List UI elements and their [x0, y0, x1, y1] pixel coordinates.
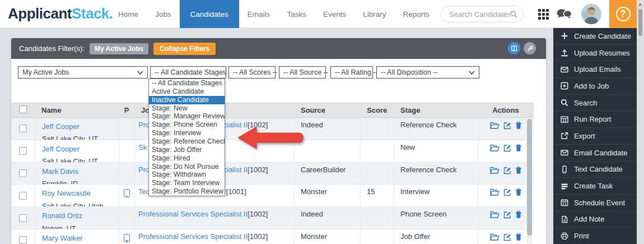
sidebar-item-upload-emails[interactable]: Upload Emails	[553, 61, 637, 78]
page-scrollbar[interactable]	[637, 0, 644, 244]
job-link[interactable]: Professional Services Specialist II	[138, 232, 248, 241]
trash-icon[interactable]	[515, 233, 522, 244]
dropdown-option[interactable]: Stage: Job Offer	[149, 146, 225, 154]
edit-icon[interactable]	[503, 167, 511, 185]
table-scrollbar-thumb[interactable]	[527, 119, 532, 236]
dropdown-option[interactable]: Stage: Withdrawn	[149, 171, 225, 179]
scores-filter-select[interactable]: -- All Scores --	[228, 66, 276, 79]
page-scrollbar-thumb[interactable]	[638, 9, 642, 36]
open-folder-icon[interactable]	[490, 211, 500, 229]
row-checkbox[interactable]	[19, 236, 27, 244]
sidebar-item-email-candidate[interactable]: Email Candidate	[553, 145, 637, 162]
user-avatar[interactable]	[581, 4, 601, 24]
open-folder-icon[interactable]	[490, 233, 500, 244]
trash-icon[interactable]	[515, 188, 522, 206]
row-checkbox[interactable]	[19, 169, 27, 177]
dropdown-option[interactable]: Stage: Manager Review	[149, 112, 225, 121]
sidebar-item-create-candidate[interactable]: Create Candidate	[553, 28, 637, 45]
nav-events[interactable]: Events	[315, 0, 354, 28]
candidate-name-link[interactable]: Roy Newcastle	[42, 189, 91, 197]
candidate-name-link[interactable]: Ronald Ortiz	[42, 211, 82, 220]
printer-icon	[561, 232, 568, 240]
nav-jobs[interactable]: Jobs	[147, 0, 180, 28]
trash-icon[interactable]	[515, 122, 522, 140]
dropdown-option[interactable]: Stage: New	[149, 104, 225, 113]
dropdown-option[interactable]: Stage: Phone Screen	[149, 121, 225, 129]
open-folder-icon[interactable]	[490, 144, 500, 162]
sidebar-item-schedule-event[interactable]: Schedule Event	[553, 195, 637, 211]
row-checkbox[interactable]	[19, 192, 27, 200]
sidebar-item-export[interactable]: Export	[553, 128, 637, 145]
jobs-filter-select[interactable]: My Active Jobs	[18, 66, 148, 79]
select-all-checkbox[interactable]	[19, 105, 27, 113]
nav-reports[interactable]: Reports	[394, 0, 437, 28]
table-scrollbar[interactable]	[526, 118, 533, 244]
open-folder-icon[interactable]	[490, 188, 500, 206]
rating-filter-select[interactable]: -- All Rating --	[330, 66, 373, 79]
candidates-table-body: Jeff CooperSalt Lake City, UT Profession…	[11, 118, 534, 244]
apps-grid-icon[interactable]	[538, 9, 550, 20]
dropdown-option[interactable]: Stage: Interview	[149, 129, 225, 137]
logo-part-2: Stack.	[72, 5, 113, 22]
sidebar-item-print[interactable]: Print	[553, 228, 637, 244]
sidebar-item-label: Create Task	[574, 182, 613, 190]
dropdown-option[interactable]: Stage: Reference Check	[149, 137, 225, 146]
dropdown-option-selected[interactable]: Inactive Candidate	[149, 96, 225, 104]
open-folder-icon[interactable]	[490, 122, 500, 140]
candidate-stages-filter-select[interactable]: -- All Candidate Stages --	[150, 66, 226, 79]
dropdown-option[interactable]: Active Candidate	[149, 88, 225, 96]
sidebar-item-search[interactable]: Search	[553, 95, 637, 112]
candidate-name-link[interactable]: Jeff Cooper	[42, 122, 80, 131]
source-filter-select[interactable]: -- All Source --	[279, 66, 326, 79]
wrench-icon[interactable]	[524, 42, 536, 54]
score-cell	[360, 140, 394, 162]
collapse-filters-button[interactable]: Collapse Filters	[153, 43, 216, 55]
disposition-filter-select[interactable]: -- All Disposition --	[376, 66, 479, 79]
nav-home[interactable]: Home	[110, 0, 147, 28]
columns-settings-icon[interactable]	[508, 42, 520, 54]
help-button[interactable]: ?	[609, 0, 637, 28]
job-link[interactable]: Sk	[138, 143, 147, 151]
edit-icon[interactable]	[503, 144, 511, 162]
trash-icon[interactable]	[515, 167, 522, 185]
trash-icon[interactable]	[515, 211, 522, 229]
candidate-name-link[interactable]: Mark Davis	[42, 167, 78, 176]
dropdown-option[interactable]: Stage: Team Interview	[149, 179, 225, 187]
nav-tasks[interactable]: Tasks	[278, 0, 315, 28]
row-checkbox[interactable]	[19, 125, 27, 132]
stage-cell: Reference Check	[394, 118, 478, 140]
row-checkbox[interactable]	[19, 214, 27, 222]
sidebar-item-run-report[interactable]: Run Report	[553, 111, 637, 128]
trash-icon[interactable]	[515, 144, 522, 162]
search-icon[interactable]	[510, 10, 517, 19]
scroll-up-arrow-icon[interactable]	[638, 3, 642, 6]
candidate-name-link[interactable]: Mary Walker	[42, 234, 82, 242]
nav-emails[interactable]: Emails	[239, 0, 279, 28]
candidate-name-link[interactable]: Jeff Cooper	[42, 145, 80, 153]
sidebar-item-add-note[interactable]: Add Note	[553, 211, 637, 228]
dropdown-option[interactable]: Stage: Do Not Pursue	[149, 163, 225, 171]
table-row: Jeff CooperSalt Lake City, UT Sk New	[11, 140, 534, 163]
chat-icon[interactable]	[556, 8, 573, 22]
edit-icon[interactable]	[503, 122, 511, 140]
applicantstack-logo[interactable]: ApplicantStack.	[8, 5, 113, 22]
sidebar-item-add-to-job[interactable]: Add to Job	[553, 78, 637, 95]
dropdown-option[interactable]: Stage: Hired	[149, 154, 225, 163]
sidebar-item-text-candidate[interactable]: Text Candidate	[553, 162, 637, 178]
rating-filter-value: -- All Rating --	[335, 68, 377, 76]
nav-library[interactable]: Library	[354, 0, 394, 28]
edit-icon[interactable]	[503, 233, 511, 244]
open-folder-icon[interactable]	[490, 167, 500, 185]
row-checkbox[interactable]	[19, 147, 27, 155]
nav-candidates[interactable]: Candidates	[180, 0, 239, 28]
edit-icon[interactable]	[503, 188, 511, 206]
dropdown-option[interactable]: Stage: Portfolio Review	[149, 187, 225, 196]
job-id: [1002]	[248, 121, 268, 129]
job-link[interactable]: Professional Services Specialist II	[138, 210, 248, 218]
jobs-filter-value: My Active Jobs	[22, 68, 69, 76]
search-input[interactable]	[449, 10, 510, 19]
sidebar-item-upload-resumes[interactable]: Upload Resumes	[553, 45, 637, 62]
dropdown-option[interactable]: -- All Candidate Stages --	[149, 79, 225, 88]
edit-icon[interactable]	[503, 211, 511, 229]
sidebar-item-create-task[interactable]: Create Task	[553, 178, 637, 195]
